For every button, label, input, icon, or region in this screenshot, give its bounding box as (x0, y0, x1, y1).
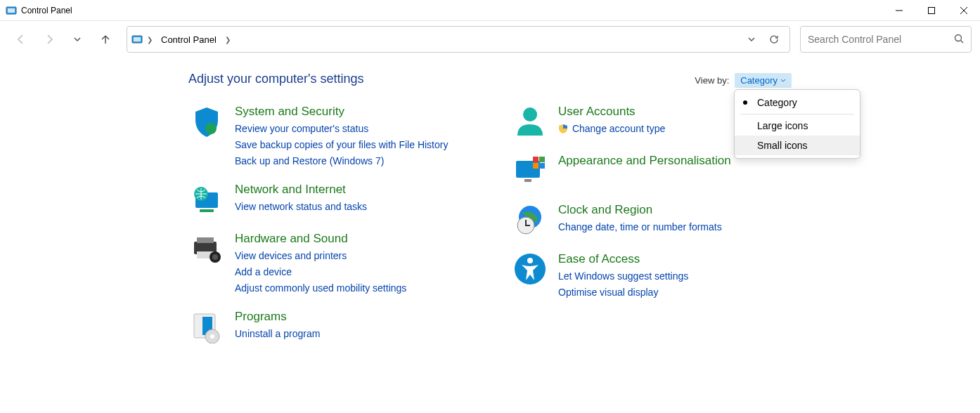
category-title[interactable]: Programs (235, 310, 320, 324)
titlebar: Control Panel (0, 0, 980, 21)
svg-rect-28 (533, 163, 539, 169)
accessibility-icon (512, 252, 548, 289)
category-clock-region: Clock and Region Change date, time or nu… (512, 203, 807, 240)
category-appearance: Appearance and Personalisation (512, 154, 807, 190)
close-button[interactable] (948, 0, 980, 21)
svg-point-18 (212, 254, 218, 260)
category-title[interactable]: Network and Internet (235, 183, 367, 197)
search-icon[interactable] (954, 34, 964, 46)
globe-monitor-icon (188, 183, 225, 219)
link-file-history[interactable]: Save backup copies of your files with Fi… (235, 138, 448, 152)
search-box[interactable] (800, 26, 972, 53)
page-heading: Adjust your computer's settings (188, 72, 980, 86)
globe-clock-icon (512, 203, 548, 240)
search-input[interactable] (808, 34, 941, 45)
selected-bullet-icon (743, 100, 747, 105)
programs-icon (188, 310, 225, 346)
category-ease-of-access: Ease of Access Let Windows suggest setti… (512, 252, 807, 301)
category-title[interactable]: Hardware and Sound (235, 232, 406, 246)
link-text: Change account type (572, 123, 665, 134)
category-title[interactable]: Ease of Access (558, 252, 688, 266)
chevron-right-icon[interactable]: ❯ (222, 36, 233, 44)
svg-rect-25 (524, 179, 531, 182)
menu-item-small-icons[interactable]: Small icons (735, 136, 860, 155)
link-uninstall[interactable]: Uninstall a program (235, 327, 320, 341)
content: Adjust your computer's settings View by:… (0, 58, 980, 359)
printer-camera-icon (188, 232, 225, 268)
svg-rect-29 (539, 163, 545, 169)
categories: System and Security Review your computer… (188, 105, 980, 359)
breadcrumb: ❯ Control Panel ❯ (131, 32, 740, 48)
category-title[interactable]: User Accounts (558, 105, 665, 119)
history-dropdown-icon[interactable] (743, 35, 760, 44)
forward-button[interactable] (37, 27, 62, 52)
category-system-security: System and Security Review your computer… (188, 105, 484, 170)
view-by-menu: Category Large icons Small icons (734, 89, 860, 159)
svg-point-23 (523, 107, 537, 122)
svg-point-8 (955, 34, 962, 41)
address-actions (743, 34, 785, 45)
link-date-time-formats[interactable]: Change date, time or number formats (558, 220, 722, 235)
view-by-dropdown[interactable]: Category (735, 73, 792, 88)
minimize-button[interactable] (883, 0, 915, 21)
back-button[interactable] (8, 27, 34, 52)
menu-item-label: Category (757, 97, 797, 108)
monitor-palette-icon (512, 154, 548, 190)
link-network-status[interactable]: View network status and tasks (235, 199, 367, 214)
refresh-icon[interactable] (766, 34, 782, 45)
link-optimise-display[interactable]: Optimise visual display (558, 285, 688, 300)
view-by: View by: Category (695, 73, 792, 88)
window-controls (883, 0, 980, 21)
link-change-account-type[interactable]: Change account type (558, 122, 665, 136)
link-add-device[interactable]: Add a device (235, 265, 406, 280)
svg-point-33 (527, 258, 533, 263)
link-review-status[interactable]: Review your computer's status (235, 122, 448, 136)
address-bar[interactable]: ❯ Control Panel ❯ (127, 26, 790, 53)
uac-shield-icon (558, 123, 568, 133)
svg-rect-27 (539, 157, 545, 162)
category-programs: Programs Uninstall a program (188, 310, 484, 346)
svg-rect-15 (197, 237, 214, 243)
recent-dropdown[interactable] (65, 27, 90, 52)
toolbar: ❯ Control Panel ❯ (0, 21, 980, 58)
svg-rect-12 (200, 209, 214, 212)
category-title[interactable]: Clock and Region (558, 203, 722, 217)
control-panel-icon (6, 5, 17, 16)
svg-point-10 (205, 123, 217, 134)
svg-point-22 (210, 334, 214, 339)
menu-separator (740, 114, 854, 114)
window-title: Control Panel (21, 6, 72, 15)
view-by-label: View by: (695, 75, 729, 86)
svg-rect-1 (8, 8, 15, 13)
shield-icon (188, 105, 225, 141)
category-title[interactable]: Appearance and Personalisation (558, 154, 731, 168)
svg-rect-26 (533, 157, 539, 162)
category-hardware: Hardware and Sound View devices and prin… (188, 232, 484, 297)
menu-item-label: Large icons (757, 120, 808, 131)
link-mobility[interactable]: Adjust commonly used mobility settings (235, 281, 406, 296)
menu-item-category[interactable]: Category (735, 93, 860, 112)
menu-item-large-icons[interactable]: Large icons (735, 116, 860, 136)
svg-rect-7 (134, 37, 141, 41)
svg-line-9 (961, 40, 964, 43)
breadcrumb-item[interactable]: Control Panel (157, 32, 221, 48)
link-backup-restore[interactable]: Back up and Restore (Windows 7) (235, 154, 448, 169)
user-icon (512, 105, 548, 141)
maximize-button[interactable] (915, 0, 948, 21)
chevron-down-icon (780, 78, 786, 84)
view-by-selected: Category (740, 75, 778, 86)
up-button[interactable] (93, 27, 118, 52)
breadcrumb-icon (131, 34, 143, 45)
category-title[interactable]: System and Security (235, 105, 448, 119)
chevron-right-icon[interactable]: ❯ (144, 36, 155, 44)
titlebar-left: Control Panel (6, 5, 72, 16)
link-suggest-settings[interactable]: Let Windows suggest settings (558, 269, 688, 284)
svg-rect-3 (929, 7, 935, 13)
category-network: Network and Internet View network status… (188, 183, 484, 219)
link-devices-printers[interactable]: View devices and printers (235, 249, 406, 263)
menu-item-label: Small icons (757, 140, 808, 151)
column-left: System and Security Review your computer… (188, 105, 484, 359)
